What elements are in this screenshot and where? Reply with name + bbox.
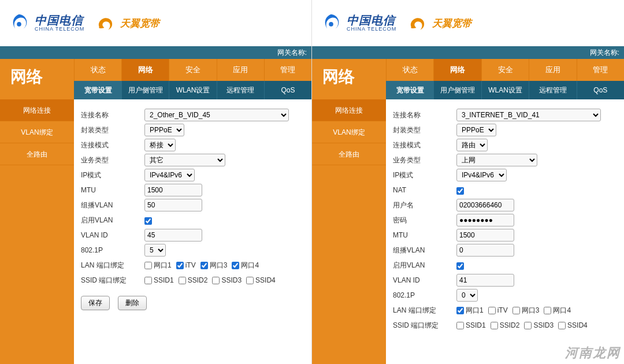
label-pass: 密码 [393, 216, 456, 225]
lan-port-itv: iTV [176, 261, 196, 269]
lan-port-1: 网口1 [144, 261, 172, 270]
e-swirl-icon [408, 14, 429, 32]
label-encap: 封装类型 [81, 125, 144, 135]
save-button[interactable]: 保存 [81, 296, 110, 310]
telecom-swirl-icon [8, 12, 30, 34]
select-encap[interactable]: PPPoE [456, 124, 496, 136]
sidebar-item-vlan-bind[interactable]: VLAN绑定 [312, 121, 386, 143]
tab-network[interactable]: 网络 [121, 59, 169, 81]
select-conn-name[interactable]: 3_INTERNET_B_VID_41 [456, 109, 601, 121]
select-dot1p[interactable]: 5 [144, 244, 166, 257]
select-service[interactable]: 其它 [144, 154, 225, 166]
ssid-2: SSID2 [491, 321, 520, 329]
brand-en: CHINA TELECOM [35, 27, 84, 32]
tabs-secondary: 宽带设置 用户侧管理 WLAN设置 远程管理 QoS [386, 81, 624, 99]
tab-security[interactable]: 安全 [169, 59, 216, 81]
svg-point-1 [329, 22, 333, 27]
label-conn-name: 连接名称 [393, 110, 456, 120]
label-ipmode: IP模式 [81, 170, 144, 180]
tab-remote[interactable]: 远程管理 [529, 81, 576, 99]
label-dot1p: 802.1P [81, 246, 144, 254]
page-title: 网络 [0, 59, 74, 99]
brand-cn: 中国电信 [35, 14, 84, 27]
label-enable-vlan: 启用VLAN [393, 261, 456, 270]
tab-app[interactable]: 应用 [529, 59, 576, 81]
select-service[interactable]: 上网 [456, 154, 537, 166]
input-mtu[interactable] [456, 229, 514, 242]
select-dot1p[interactable]: 0 [456, 289, 478, 302]
label-service: 业务类型 [81, 155, 144, 165]
lan-port-1: 网口1 [456, 306, 484, 315]
tab-security[interactable]: 安全 [481, 59, 529, 81]
select-mode[interactable]: 桥接 [144, 139, 176, 151]
tab-network[interactable]: 网络 [433, 59, 481, 81]
tab-manage[interactable]: 管理 [577, 59, 624, 81]
tab-user-side[interactable]: 用户侧管理 [121, 81, 169, 99]
label-nat: NAT [393, 186, 456, 194]
lan-bind-group: 网口1 iTV 网口3 网口4 [144, 261, 304, 270]
china-telecom-logo: 中国电信 CHINA TELECOM [8, 12, 84, 34]
tab-status[interactable]: 状态 [74, 59, 121, 81]
lan-port-3: 网口3 [512, 306, 540, 315]
tab-status[interactable]: 状态 [386, 59, 433, 81]
tab-user-side[interactable]: 用户侧管理 [433, 81, 481, 99]
tab-broadband[interactable]: 宽带设置 [386, 81, 433, 99]
label-lan-bind: LAN 端口绑定 [81, 261, 144, 270]
sidebar-item-network-conn[interactable]: 网络连接 [0, 99, 74, 121]
gateway-name-label: 网关名称: [590, 48, 619, 58]
tab-remote[interactable]: 远程管理 [217, 81, 264, 99]
ssid-4: SSID4 [558, 321, 588, 329]
delete-button[interactable]: 删除 [118, 296, 147, 310]
tab-qos[interactable]: QoS [264, 81, 311, 99]
input-vlan-id[interactable] [144, 229, 202, 242]
input-mcast-vlan[interactable] [144, 199, 202, 211]
label-ipmode: IP模式 [393, 170, 456, 180]
telecom-swirl-icon [320, 12, 342, 34]
breadcrumb: 网关名称: [312, 46, 624, 59]
tab-manage[interactable]: 管理 [264, 59, 311, 81]
brand-en: CHINA TELECOM [347, 27, 396, 32]
svg-point-0 [17, 22, 21, 27]
sidebar-item-vlan-bind[interactable]: VLAN绑定 [0, 121, 74, 143]
label-ssid-bind: SSID 端口绑定 [81, 276, 144, 285]
label-mtu: MTU [393, 231, 456, 239]
input-username[interactable] [456, 199, 514, 211]
tab-wlan[interactable]: WLAN设置 [481, 81, 529, 99]
tab-wlan[interactable]: WLAN设置 [169, 81, 216, 99]
checkbox-enable-vlan[interactable] [456, 262, 464, 270]
select-conn-name[interactable]: 2_Other_B_VID_45 [144, 109, 289, 121]
checkbox-enable-vlan[interactable] [144, 217, 152, 225]
checkbox-nat[interactable] [456, 187, 464, 195]
select-ipmode[interactable]: IPv4&IPv6 [144, 169, 195, 181]
header: 中国电信 CHINA TELECOM 天翼宽带 [312, 0, 624, 46]
brand-sub: 天翼宽带 [432, 17, 471, 30]
input-password[interactable] [456, 214, 514, 226]
input-mtu[interactable] [144, 184, 202, 196]
sidebar-item-all-route[interactable]: 全路由 [0, 143, 74, 165]
select-ipmode[interactable]: IPv4&IPv6 [456, 169, 507, 181]
breadcrumb: 网关名称: [0, 46, 311, 59]
form-right: 连接名称 3_INTERNET_B_VID_41 封装类型 PPPoE 连接模式… [386, 99, 624, 364]
input-vlan-id[interactable] [456, 274, 514, 287]
panel-left: 中国电信 CHINA TELECOM 天翼宽带 网关名称: 网络 网络连接 VL… [0, 0, 312, 364]
lan-port-itv: iTV [488, 306, 508, 314]
tianyi-logo: 天翼宽带 [96, 14, 159, 32]
tab-qos[interactable]: QoS [577, 81, 624, 99]
label-service: 业务类型 [393, 155, 456, 165]
tianyi-logo: 天翼宽带 [408, 14, 471, 32]
page-title: 网络 [312, 59, 386, 99]
ssid-bind-group: SSID1 SSID2 SSID3 SSID4 [456, 321, 617, 329]
sidebar-item-all-route[interactable]: 全路由 [312, 143, 386, 165]
sidebar-item-network-conn[interactable]: 网络连接 [312, 99, 386, 121]
gateway-name-label: 网关名称: [277, 48, 307, 58]
select-mode[interactable]: 路由 [456, 139, 488, 151]
input-mcast-vlan[interactable] [456, 244, 514, 257]
tab-broadband[interactable]: 宽带设置 [74, 81, 121, 99]
tab-app[interactable]: 应用 [217, 59, 264, 81]
brand-cn: 中国电信 [347, 14, 396, 27]
label-mcast-vlan: 组播VLAN [81, 200, 144, 210]
select-encap[interactable]: PPPoE [144, 124, 184, 136]
label-ssid-bind: SSID 端口绑定 [393, 321, 456, 330]
ssid-4: SSID4 [246, 276, 276, 284]
ssid-bind-group: SSID1 SSID2 SSID3 SSID4 [144, 276, 304, 284]
